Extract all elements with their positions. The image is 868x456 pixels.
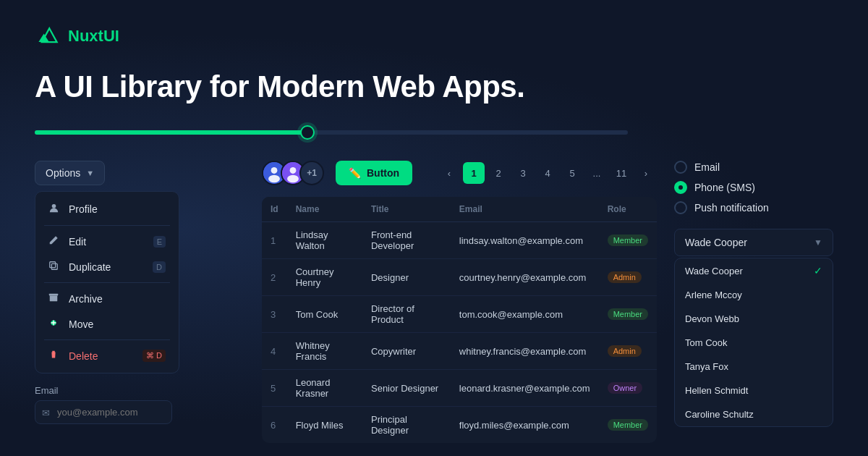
- mail-icon: ✉: [42, 407, 50, 418]
- select-option-label: Tanya Fox: [685, 361, 728, 372]
- edit-shortcut: E: [153, 236, 166, 248]
- cell-email: lindsay.walton@example.com: [451, 222, 599, 259]
- cell-title: Copywriter: [362, 333, 451, 370]
- menu-item-delete[interactable]: Delete ⌘ D: [40, 343, 174, 368]
- page-ellipsis: ...: [586, 162, 608, 184]
- page-button-2[interactable]: 2: [488, 162, 509, 184]
- slider-thumb[interactable]: [300, 125, 315, 140]
- page-button-4[interactable]: 4: [537, 162, 558, 184]
- radio-circle-email[interactable]: [674, 161, 687, 174]
- menu-item-duplicate[interactable]: Duplicate D: [40, 254, 174, 279]
- select-option[interactable]: Tom Cook: [675, 331, 833, 355]
- radio-circle-phone[interactable]: [674, 181, 687, 194]
- next-page-button[interactable]: ›: [635, 162, 657, 184]
- avatars-group: +1: [262, 161, 324, 185]
- left-panel: Options ▼ Profile Edit E: [35, 161, 244, 424]
- email-label: Email: [35, 385, 244, 396]
- svg-point-0: [52, 204, 56, 208]
- cell-email: floyd.miles@example.com: [451, 407, 599, 444]
- menu-item-profile[interactable]: Profile: [40, 196, 174, 222]
- table-row[interactable]: 3 Tom Cook Director of Product tom.cook@…: [262, 296, 657, 333]
- col-email: Email: [451, 197, 599, 222]
- cell-title: Director of Product: [362, 296, 451, 333]
- pencil-icon: ✏️: [349, 167, 361, 179]
- table-row[interactable]: 5 Leonard Krasner Senior Designer leonar…: [262, 370, 657, 407]
- cell-email: courtney.henry@example.com: [451, 259, 599, 296]
- options-button[interactable]: Options ▼: [35, 161, 105, 185]
- cell-name: Leonard Krasner: [287, 370, 362, 407]
- right-panel: Email Phone (SMS) Push notification Wade…: [674, 161, 833, 427]
- select-chevron-icon: ▼: [814, 237, 822, 248]
- page-button-3[interactable]: 3: [512, 162, 534, 184]
- svg-rect-2: [50, 262, 56, 268]
- cell-role: Owner: [599, 370, 657, 407]
- menu-item-edit[interactable]: Edit E: [40, 229, 174, 254]
- chevron-down-icon: ▼: [86, 169, 94, 177]
- cell-title: Front-end Developer: [362, 222, 451, 259]
- logo-text: NuxtUI: [68, 27, 119, 46]
- button-label: Button: [367, 167, 399, 179]
- select-option-label: Caroline Schultz: [685, 409, 754, 420]
- menu-duplicate-label: Duplicate: [69, 261, 111, 273]
- radio-group: Email Phone (SMS) Push notification: [674, 161, 833, 214]
- menu-profile-label: Profile: [69, 203, 98, 215]
- col-name: Name: [287, 197, 362, 222]
- select-option[interactable]: Arlene Mccoy: [675, 283, 833, 307]
- cell-id: 2: [262, 259, 287, 296]
- page-button-5[interactable]: 5: [561, 162, 583, 184]
- cell-name: Whitney Francis: [287, 333, 362, 370]
- delete-icon: [48, 350, 61, 362]
- menu-item-move[interactable]: Move: [40, 311, 174, 337]
- select-option[interactable]: Caroline Schultz: [675, 402, 833, 426]
- cell-id: 3: [262, 296, 287, 333]
- svg-point-7: [268, 175, 280, 183]
- cell-email: leonard.krasner@example.com: [451, 370, 599, 407]
- radio-push[interactable]: Push notification: [674, 201, 833, 214]
- cell-title: Principal Designer: [362, 407, 451, 444]
- select-option[interactable]: Hellen Schmidt: [675, 379, 833, 402]
- pagination[interactable]: ‹ 1 2 3 4 5 ... 11 ›: [438, 162, 657, 184]
- radio-email-label: Email: [694, 161, 720, 173]
- select-option[interactable]: Devon Webb: [675, 307, 833, 331]
- menu-delete-label: Delete: [69, 350, 98, 362]
- page-button-1[interactable]: 1: [463, 162, 485, 184]
- menu-item-archive[interactable]: Archive: [40, 286, 174, 311]
- slider-container[interactable]: [35, 130, 628, 135]
- check-icon: ✓: [814, 265, 822, 276]
- select-option-label: Wade Cooper: [685, 266, 743, 276]
- cell-role: Member: [599, 222, 657, 259]
- table-row[interactable]: 4 Whitney Francis Copywriter whitney.fra…: [262, 333, 657, 370]
- select-option-label: Tom Cook: [685, 337, 728, 348]
- menu-move-label: Move: [69, 318, 93, 330]
- cell-name: Tom Cook: [287, 296, 362, 333]
- cell-email: whitney.francis@example.com: [451, 333, 599, 370]
- duplicate-icon: [48, 261, 61, 273]
- radio-email[interactable]: Email: [674, 161, 833, 174]
- menu-divider-1: [44, 225, 170, 226]
- select-option[interactable]: Wade Cooper✓: [675, 258, 833, 283]
- radio-push-label: Push notification: [694, 202, 769, 214]
- select-value: Wade Cooper: [685, 237, 747, 248]
- menu-edit-label: Edit: [69, 236, 86, 248]
- select-trigger[interactable]: Wade Cooper ▼: [674, 229, 833, 256]
- primary-button[interactable]: ✏️ Button: [336, 161, 412, 185]
- cell-name: Courtney Henry: [287, 259, 362, 296]
- radio-phone-label: Phone (SMS): [694, 182, 755, 193]
- duplicate-shortcut: D: [153, 261, 166, 273]
- table-row[interactable]: 1 Lindsay Walton Front-end Developer lin…: [262, 222, 657, 259]
- slider-fill: [35, 130, 307, 135]
- table-row[interactable]: 6 Floyd Miles Principal Designer floyd.m…: [262, 407, 657, 444]
- col-role: Role: [599, 197, 657, 222]
- cell-title: Designer: [362, 259, 451, 296]
- page-button-11[interactable]: 11: [610, 162, 632, 184]
- cell-role: Admin: [599, 333, 657, 370]
- email-input[interactable]: [35, 400, 172, 424]
- table-row[interactable]: 2 Courtney Henry Designer courtney.henry…: [262, 259, 657, 296]
- select-option[interactable]: Tanya Fox: [675, 355, 833, 379]
- svg-point-10: [287, 175, 299, 183]
- cell-id: 4: [262, 333, 287, 370]
- page-headline: A UI Library for Modern Web Apps.: [35, 69, 833, 104]
- prev-page-button[interactable]: ‹: [438, 162, 460, 184]
- radio-circle-push[interactable]: [674, 201, 687, 214]
- radio-phone[interactable]: Phone (SMS): [674, 181, 833, 194]
